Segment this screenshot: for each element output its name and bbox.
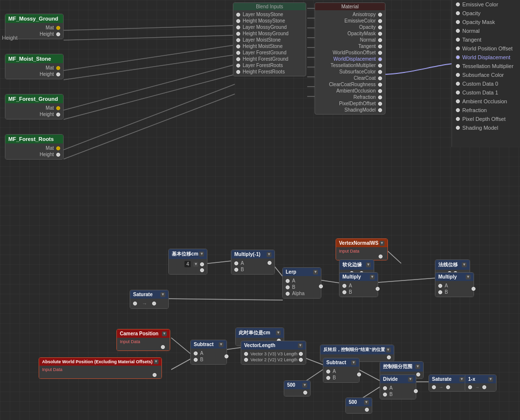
output-pin xyxy=(119,345,168,350)
opacity-panel[interactable]: Opacity xyxy=(452,9,520,18)
tangent-panel[interactable]: Tangent xyxy=(452,35,520,44)
dropdown-arrow[interactable]: ▼ xyxy=(276,330,281,335)
ambient-panel[interactable]: Ambient Occlusion xyxy=(452,97,520,106)
svg-line-3 xyxy=(64,55,235,80)
layer-forest-ground: Layer ForestGround xyxy=(233,49,306,56)
opacity-mask-panel[interactable]: Opacity Mask xyxy=(452,18,520,26)
mf-forest-ground-node[interactable]: MF_Forest_Ground Mat Height xyxy=(5,94,64,119)
vertex-normal-ws-node[interactable]: VertexNormalWS ▼ Input Data xyxy=(336,238,388,260)
input-data-label: Input Data xyxy=(338,248,385,254)
value-dropdown[interactable]: ▼ xyxy=(193,262,198,267)
mat-output: Mat xyxy=(5,65,63,71)
tangent-input: Tangent xyxy=(315,43,385,49)
height-output: Height xyxy=(5,71,63,77)
mat-output: Mat xyxy=(5,24,63,31)
value-row: 4 ▼ xyxy=(169,260,207,268)
height-forest-ground: Height ForestGround xyxy=(233,56,306,62)
dropdown-arrow[interactable]: ▼ xyxy=(298,343,303,348)
v3-input: Vector 3 (V3) V3 Length xyxy=(241,351,306,357)
a-input: A xyxy=(323,368,359,374)
b-input: B xyxy=(231,266,274,273)
custom1-panel[interactable]: Custom Data 1 xyxy=(452,88,520,97)
divide-node[interactable]: Divide ▼ A B xyxy=(380,374,416,399)
b-input: B xyxy=(435,289,474,295)
mf-forest-roots-node[interactable]: MF_Forest_Roots Mat Height xyxy=(5,134,64,160)
pixel-depth-panel[interactable]: Pixel Depth Offset xyxy=(452,115,520,123)
world-displacement-panel[interactable]: World Displacement xyxy=(452,53,520,62)
emissive-input: EmissiveColor xyxy=(315,18,385,24)
dropdown-arrow[interactable]: ▼ xyxy=(160,292,165,297)
dropdown-arrow[interactable]: ▼ xyxy=(380,241,384,246)
subtract-b-node[interactable]: Subtract ▼ A B xyxy=(323,358,360,383)
dropdown-arrow[interactable]: ▼ xyxy=(267,252,271,257)
dropdown-arrow[interactable]: ▼ xyxy=(386,348,391,352)
dropdown-arrow[interactable]: ▼ xyxy=(302,383,307,388)
shading-model-input: ShadingModel xyxy=(315,107,385,113)
subsurface-panel[interactable]: Subsurface Color xyxy=(452,70,520,79)
vector-length-node[interactable]: VectorLength ▼ Vector 3 (V3) V3 Length V… xyxy=(241,341,306,365)
mat-output: Mat xyxy=(5,145,63,151)
dropdown-arrow[interactable]: ▼ xyxy=(366,262,371,267)
svg-line-24 xyxy=(171,338,191,354)
dropdown-arrow[interactable]: ▼ xyxy=(462,262,467,267)
world-pos-offset-panel[interactable]: World Position Offset xyxy=(452,44,520,53)
saturate-b-node[interactable]: Saturate ▼ → xyxy=(429,374,468,392)
world-pos-offset-input: WorldPositionOffset xyxy=(315,49,385,56)
mat-output: Mat xyxy=(5,105,63,111)
height-forest-roots: Height ForestRoots xyxy=(233,69,306,75)
value-500-a-node[interactable]: 500 ▼ xyxy=(284,380,311,397)
height-mossy-ground: Height MossyGround xyxy=(233,30,306,37)
multiply-a-node[interactable]: Multiply ▼ A B xyxy=(339,272,378,297)
clearcoat-input: ClearCoat xyxy=(315,75,385,81)
saturate-node[interactable]: Saturate ▼ → xyxy=(130,290,169,309)
material-inputs-block: Material Anisotropy EmissiveColor Opacit… xyxy=(315,2,385,115)
lerp-node[interactable]: Lerp ▼ A B Alpha xyxy=(282,267,321,299)
custom0-panel[interactable]: Custom Data 0 xyxy=(452,79,520,88)
dropdown-arrow[interactable]: ▼ xyxy=(466,275,471,280)
value-500-b-node[interactable]: 500 ▼ xyxy=(345,397,372,414)
one-minus-x-node[interactable]: 1-x ▼ → xyxy=(465,374,497,392)
b-input: B xyxy=(339,289,378,295)
emissive-color-panel[interactable]: Emissive Color xyxy=(452,0,520,9)
dropdown-arrow[interactable]: ▼ xyxy=(351,360,356,365)
dropdown-arrow[interactable]: ▼ xyxy=(364,400,369,405)
v2-input: Vector 2 (V2) V2 Length xyxy=(241,357,306,363)
a-input: A xyxy=(435,282,474,289)
svg-line-23 xyxy=(372,278,435,283)
dropdown-arrow[interactable]: ▼ xyxy=(370,275,375,280)
dropdown-arrow[interactable]: ▼ xyxy=(488,377,493,382)
b-input: B xyxy=(191,356,226,363)
output-pin xyxy=(338,254,385,259)
dropdown-arrow[interactable]: ▼ xyxy=(408,377,413,382)
base-offset-node[interactable]: 基本位移cm ▼ 4 ▼ xyxy=(168,249,207,275)
mf-moist-stone-node[interactable]: MF_Moist_Stone Mat Height xyxy=(5,54,64,79)
shading-model-panel[interactable]: Shading Model xyxy=(452,123,520,132)
output-pin-row xyxy=(169,268,207,273)
tessellation-panel[interactable]: Tessellation Multiplier xyxy=(452,62,520,70)
tessellation-input: TessellationMultiplier xyxy=(315,62,385,69)
svg-line-5 xyxy=(64,74,235,119)
b-input: B xyxy=(283,284,321,290)
svg-line-2 xyxy=(64,45,235,70)
dropdown-arrow[interactable]: ▼ xyxy=(162,331,167,336)
multiply-neg1-node[interactable]: Multiply(-1) ▼ A B xyxy=(231,250,275,275)
dropdown-arrow[interactable]: ▼ xyxy=(459,377,464,382)
svg-line-4 xyxy=(64,65,235,110)
clearcoat-roughness-input: ClearCoatRoughness xyxy=(315,81,385,88)
svg-line-1 xyxy=(64,35,235,40)
multiply-b-node[interactable]: Multiply ▼ A B xyxy=(435,272,474,297)
dropdown-arrow[interactable]: ▼ xyxy=(154,359,158,364)
normal-panel[interactable]: Normal xyxy=(452,26,520,35)
layer-mossy-stone: Layer MossyStone xyxy=(233,11,306,18)
abs-world-pos-node[interactable]: Absolute World Position (Excluding Mater… xyxy=(39,357,162,379)
dropdown-arrow[interactable]: ▼ xyxy=(219,342,224,347)
dropdown-arrow[interactable]: ▼ xyxy=(199,252,204,257)
dropdown-arrow[interactable]: ▼ xyxy=(313,270,318,275)
dropdown-arrow[interactable]: ▼ xyxy=(415,364,420,369)
subtract-a-node[interactable]: Subtract ▼ A B xyxy=(190,340,227,365)
height-mossy-stone: Height MossyStone xyxy=(233,18,306,24)
refraction-panel[interactable]: Refraction xyxy=(452,106,520,115)
camera-position-node[interactable]: Camera Position ▼ Input Data xyxy=(116,329,170,351)
svg-line-0 xyxy=(64,25,235,30)
height-label: Height xyxy=(0,34,20,42)
